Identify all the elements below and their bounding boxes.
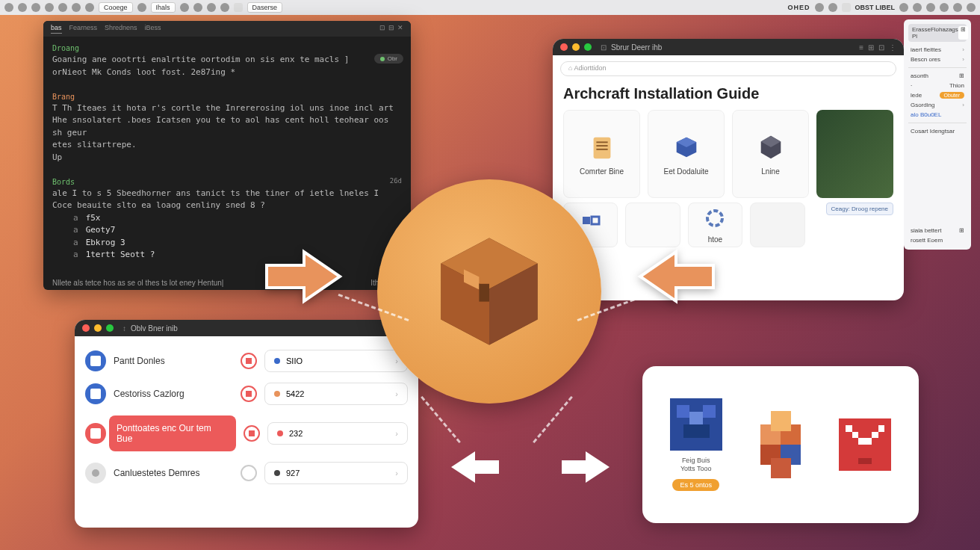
svg-rect-19 <box>689 412 703 425</box>
menu-icon[interactable] <box>45 3 54 12</box>
list-item[interactable]: Canluestetes Demres 927› <box>85 462 408 484</box>
option-card[interactable]: Comrter Bine <box>563 110 640 198</box>
delete-icon[interactable] <box>244 425 260 442</box>
minimize-icon[interactable] <box>572 43 580 51</box>
svg-rect-30 <box>872 432 878 439</box>
toolbar-icon[interactable]: ⋮ <box>889 43 896 52</box>
toolbar-icon[interactable]: ⊞ <box>868 43 874 52</box>
panel-row: ·Thion <box>908 81 967 90</box>
list-item[interactable]: Pantt Donles SIIO› <box>85 350 408 372</box>
panel-row[interactable]: asonth⊞ <box>908 71 967 81</box>
menu-icon[interactable] <box>234 3 243 12</box>
svg-rect-11 <box>90 356 101 366</box>
pixel-sprite-blue <box>670 398 722 451</box>
option-card[interactable]: Lnine <box>732 110 809 198</box>
status-icon <box>828 3 837 12</box>
terminal-tab[interactable]: Fearness <box>69 24 98 34</box>
list-titlebar: ↕ Oblv Bner inib <box>75 320 418 336</box>
panel-header[interactable]: Erasse PlFlohazags⊞ <box>908 24 967 42</box>
url-bar[interactable]: ⌂ Adiorttidon <box>560 61 896 76</box>
close-icon[interactable] <box>82 324 90 332</box>
menu-icon[interactable] <box>72 3 81 12</box>
svg-rect-27 <box>846 425 852 432</box>
value-field[interactable]: 5422› <box>264 383 408 405</box>
terminal-tab[interactable]: iBess <box>145 24 161 34</box>
panel-row[interactable]: siala bettert⊞ <box>908 226 967 235</box>
panel-row[interactable]: iaert fleittes› <box>908 45 967 55</box>
menu-pill[interactable]: Ihals <box>151 2 176 13</box>
svg-rect-16 <box>676 405 689 418</box>
item-icon <box>85 463 106 483</box>
menu-icon[interactable] <box>180 3 189 12</box>
value-field[interactable]: 927› <box>264 462 408 484</box>
arrow-left-icon <box>448 448 500 486</box>
terminal-body[interactable]: Droang Goaning ane oootrti enalrtite oor… <box>43 37 411 268</box>
svg-rect-29 <box>852 432 859 439</box>
maximize-icon[interactable] <box>106 324 114 332</box>
value-field[interactable]: SIIO› <box>264 350 408 372</box>
action-button[interactable]: Es 5 ontos <box>672 479 719 491</box>
item-icon <box>85 423 106 444</box>
connector-line <box>533 396 573 443</box>
list-content: Pantt Donles SIIO› Cestoriss Cazlorg 542… <box>75 336 418 498</box>
svg-rect-17 <box>702 405 716 418</box>
minimize-icon[interactable] <box>94 324 102 332</box>
menu-icon[interactable] <box>18 3 27 12</box>
window-control-icon[interactable]: ⊡ <box>379 24 385 34</box>
option-card[interactable]: Eet Dodaluite <box>648 110 725 198</box>
arrow-right-icon <box>263 247 345 306</box>
close-icon[interactable] <box>560 43 568 51</box>
menu-icon[interactable] <box>58 3 67 12</box>
terminal-line: Coce beauite slto ea loaog cenliny sned … <box>52 200 402 212</box>
status-icon <box>815 3 824 12</box>
terminal-tab[interactable]: Shrednens <box>105 24 137 34</box>
svg-rect-9 <box>592 217 599 224</box>
apple-icon <box>4 3 13 12</box>
menu-pill[interactable]: Daserse <box>247 2 283 13</box>
section-heading: Droang <box>52 43 402 54</box>
system-menubar: Cooege Ihals Daserse OHED OBST LIBEL <box>0 0 980 15</box>
panel-row[interactable]: Bescn ores› <box>908 55 967 64</box>
radio-icon[interactable] <box>241 465 257 481</box>
side-panel: Erasse PlFlohazags⊞ iaert fleittes› Besc… <box>904 19 971 250</box>
window-control-icon[interactable]: ⊟ <box>388 24 394 34</box>
svg-rect-1 <box>596 141 607 143</box>
menu-icon[interactable] <box>85 3 94 12</box>
option-card[interactable] <box>625 203 680 247</box>
arrow-right-icon <box>560 448 612 486</box>
panel-row[interactable]: Gsording› <box>908 100 967 110</box>
center-medallion <box>377 179 601 404</box>
panel-row[interactable]: alo B0u0EL <box>908 110 967 120</box>
list-item-active[interactable]: Ponttoates enc Our tem Bue 232› <box>85 415 408 451</box>
maximize-icon[interactable] <box>584 43 592 51</box>
toolbar-icon[interactable]: ≡ <box>859 43 863 52</box>
menu-icon[interactable] <box>207 3 216 12</box>
window-control-icon[interactable]: ✕ <box>397 24 403 34</box>
menu-icon[interactable] <box>31 3 40 12</box>
panel-row[interactable]: ledeObuter <box>908 90 967 100</box>
status-icon <box>967 3 976 12</box>
menu-icon[interactable] <box>220 3 229 12</box>
option-card[interactable] <box>750 203 804 247</box>
toolbar-icon[interactable]: ⊡ <box>878 43 884 52</box>
menu-pill[interactable]: Cooege <box>99 2 133 13</box>
value-field[interactable]: 232› <box>267 422 408 445</box>
menu-icon[interactable] <box>137 3 146 12</box>
tag-chip[interactable]: Ceagy: Droog repene <box>826 203 894 215</box>
terminal-tab[interactable]: bas <box>51 24 62 34</box>
list-item[interactable]: Cestoriss Cazlorg 5422› <box>85 383 408 405</box>
browser-title: Sbrur Deerr ihb <box>611 43 662 52</box>
panel-row[interactable]: rosett Eoem <box>908 235 967 245</box>
action-button[interactable]: Obuter <box>940 92 964 99</box>
status-text: OBST LIBEL <box>855 4 896 11</box>
archcraft-logo-icon <box>426 228 553 355</box>
terminal-line: orNieot Mk Conds loot fost. 2e87ing * <box>52 67 402 79</box>
menu-icon[interactable] <box>193 3 202 12</box>
option-card[interactable]: htoe <box>688 203 742 247</box>
delete-icon[interactable] <box>241 386 257 402</box>
page-title: Archcraft Installation Guide <box>553 82 904 110</box>
delete-icon[interactable] <box>241 353 257 369</box>
card-grid-row2: htoe <box>553 198 816 247</box>
sprite-label: Feig Buis Yotts Tooo <box>680 457 712 473</box>
terminal-line: etes slitartrepe. <box>52 139 402 152</box>
